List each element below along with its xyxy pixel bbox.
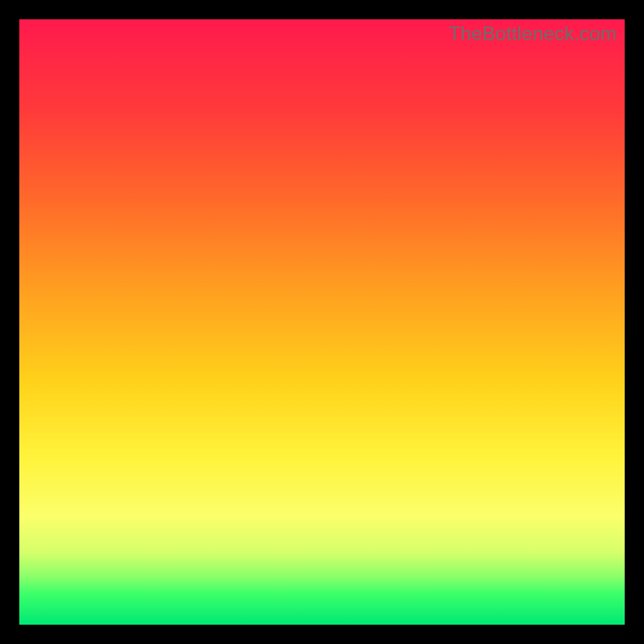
background-gradient (19, 19, 625, 625)
watermark-text: TheBottleneck.com (448, 23, 617, 45)
plot-area: TheBottleneck.com (19, 19, 625, 625)
